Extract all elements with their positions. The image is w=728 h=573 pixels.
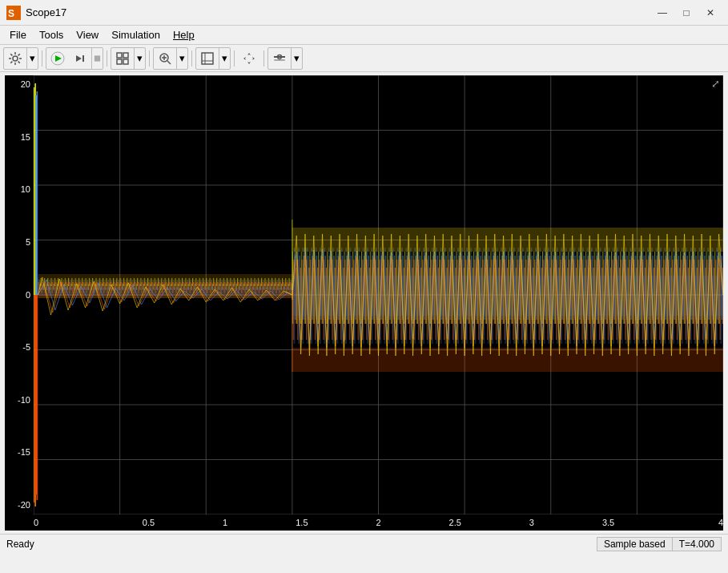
separator-5 bbox=[234, 50, 235, 67]
x-axis: 0 0.5 1 1.5 2 2.5 3 3.5 4 bbox=[34, 514, 723, 531]
svg-rect-29 bbox=[274, 56, 285, 58]
time-badge: T=4.000 bbox=[673, 537, 722, 551]
svg-rect-17 bbox=[123, 53, 128, 58]
x-label-1: 1 bbox=[187, 518, 263, 527]
sample-based-badge: Sample based bbox=[597, 537, 673, 551]
x-label-2: 2 bbox=[340, 518, 417, 527]
style-dropdown-button[interactable]: ▾ bbox=[291, 48, 302, 69]
svg-rect-70 bbox=[292, 276, 723, 316]
status-bar: Ready Sample based T=4.000 bbox=[0, 534, 728, 553]
svg-rect-19 bbox=[123, 59, 128, 64]
x-label-25: 2.5 bbox=[416, 518, 493, 527]
y-label-neg15: -15 bbox=[5, 448, 34, 457]
x-label-15: 1.5 bbox=[263, 518, 340, 527]
y-label-10: 10 bbox=[5, 185, 34, 194]
sim-controls-group bbox=[46, 47, 103, 70]
plot-area: ⤢ 20 15 10 5 0 -5 -10 -15 -20 bbox=[5, 75, 723, 531]
svg-line-9 bbox=[18, 54, 20, 55]
layout-button[interactable] bbox=[111, 48, 134, 69]
waveform-plot bbox=[34, 75, 723, 514]
svg-text:S: S bbox=[8, 8, 14, 19]
y-label-neg5: -5 bbox=[5, 343, 34, 352]
zoom-dropdown-button[interactable]: ▾ bbox=[176, 48, 187, 69]
svg-marker-27 bbox=[247, 53, 251, 64]
menu-view[interactable]: View bbox=[70, 27, 105, 42]
zoom-group: ▾ bbox=[153, 47, 188, 70]
maximize-button[interactable]: □ bbox=[675, 4, 698, 22]
status-right-group: Sample based T=4.000 bbox=[597, 537, 722, 551]
menu-simulation[interactable]: Simulation bbox=[105, 27, 167, 42]
settings-button[interactable] bbox=[4, 48, 26, 69]
y-axis: 20 15 10 5 0 -5 -10 -15 -20 bbox=[5, 75, 34, 514]
zoom-button[interactable] bbox=[154, 48, 176, 69]
style-group: ▾ bbox=[267, 47, 303, 70]
fit-axes-button[interactable] bbox=[196, 48, 219, 69]
svg-line-21 bbox=[167, 61, 171, 64]
x-label-0: 0 bbox=[34, 518, 111, 527]
sim-start-button[interactable] bbox=[46, 48, 69, 69]
svg-marker-12 bbox=[55, 55, 62, 62]
x-label-3: 3 bbox=[493, 518, 570, 527]
y-label-neg10: -10 bbox=[5, 396, 34, 405]
style-button[interactable] bbox=[268, 48, 291, 69]
menu-help[interactable]: Help bbox=[167, 27, 201, 42]
svg-rect-14 bbox=[82, 55, 84, 62]
close-button[interactable]: ✕ bbox=[699, 4, 722, 22]
svg-rect-15 bbox=[95, 55, 100, 61]
menu-tools[interactable]: Tools bbox=[33, 27, 70, 42]
y-label-5: 5 bbox=[5, 238, 34, 247]
sim-step-button[interactable] bbox=[69, 48, 91, 69]
svg-rect-24 bbox=[202, 53, 213, 64]
settings-group: ▾ bbox=[3, 47, 38, 70]
menu-file[interactable]: File bbox=[3, 27, 33, 42]
svg-rect-18 bbox=[117, 59, 122, 64]
y-label-neg20: -20 bbox=[5, 501, 34, 510]
svg-point-2 bbox=[13, 56, 18, 61]
window-title: Scope17 bbox=[26, 6, 66, 18]
ready-status: Ready bbox=[6, 539, 34, 550]
separator-1 bbox=[42, 50, 42, 67]
separator-2 bbox=[107, 50, 107, 67]
y-label-0: 0 bbox=[5, 291, 34, 300]
expand-icon[interactable]: ⤢ bbox=[711, 78, 720, 90]
window-controls: — □ ✕ bbox=[651, 4, 722, 22]
svg-marker-13 bbox=[76, 55, 82, 62]
separator-4 bbox=[191, 50, 192, 67]
x-label-35: 3.5 bbox=[570, 518, 647, 527]
svg-rect-30 bbox=[274, 59, 285, 61]
menu-bar: File Tools View Simulation Help bbox=[0, 26, 728, 45]
layout-group: ▾ bbox=[111, 47, 146, 70]
svg-line-10 bbox=[10, 61, 12, 63]
settings-dropdown-button[interactable]: ▾ bbox=[26, 48, 38, 69]
title-bar: S Scope17 — □ ✕ bbox=[0, 0, 728, 26]
x-label-4: 4 bbox=[646, 518, 723, 527]
y-label-15: 15 bbox=[5, 133, 34, 142]
minimize-button[interactable]: — bbox=[651, 4, 674, 22]
fit-dropdown-button[interactable]: ▾ bbox=[219, 48, 230, 69]
svg-rect-16 bbox=[117, 53, 122, 58]
sim-stop-button[interactable] bbox=[91, 48, 103, 69]
x-label-05: 0.5 bbox=[111, 518, 187, 527]
separator-6 bbox=[263, 50, 264, 67]
layout-dropdown-button[interactable]: ▾ bbox=[134, 48, 145, 69]
fit-group: ▾ bbox=[195, 47, 231, 70]
svg-line-8 bbox=[18, 61, 20, 63]
svg-marker-28 bbox=[243, 57, 255, 60]
toolbar: ▾ bbox=[0, 45, 728, 72]
app-icon: S bbox=[6, 6, 21, 20]
pan-button[interactable] bbox=[238, 48, 260, 69]
separator-3 bbox=[149, 50, 150, 67]
y-label-20: 20 bbox=[5, 80, 34, 89]
svg-line-7 bbox=[10, 54, 12, 55]
